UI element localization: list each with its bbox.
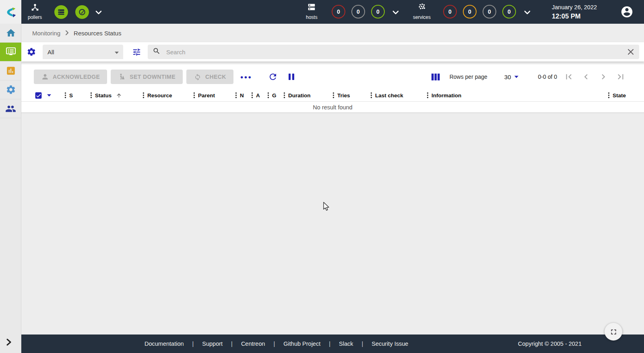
column-header-information[interactable]: Information [427, 92, 598, 99]
server-list-icon [57, 8, 65, 16]
column-header-duration[interactable]: Duration [283, 92, 332, 99]
services-pending-badge[interactable]: 0 [483, 5, 496, 18]
breadcrumb-monitoring[interactable]: Monitoring [32, 30, 60, 37]
mouse-cursor [323, 202, 330, 213]
more-actions-icon[interactable]: ●●● [240, 74, 252, 80]
clear-search-icon[interactable] [627, 48, 634, 55]
column-header-notes[interactable]: N [235, 92, 251, 99]
services-critical-badge[interactable]: 0 [443, 5, 457, 18]
sidebar-item-administration[interactable] [0, 99, 21, 118]
column-header-state[interactable]: State [598, 92, 626, 99]
check-button[interactable]: CHECK [186, 70, 233, 84]
footer-link-documentation[interactable]: Documentation [136, 341, 192, 347]
hosts-down-badge[interactable]: 0 [332, 5, 345, 18]
drag-handle-icon[interactable] [235, 92, 237, 99]
sidebar-item-monitoring[interactable] [0, 43, 21, 62]
footer-link-slack[interactable]: Slack [330, 341, 361, 347]
drag-handle-icon[interactable] [608, 92, 610, 99]
empty-results-message: No result found [21, 102, 644, 113]
drag-handle-icon[interactable] [193, 92, 195, 99]
sidebar-item-reporting[interactable] [0, 62, 21, 80]
hosts-expand-chevron-icon[interactable] [392, 9, 399, 16]
drag-handle-icon[interactable] [267, 92, 269, 99]
hosts-pending-badge[interactable]: 0 [351, 5, 365, 18]
previous-page-button[interactable] [581, 72, 591, 82]
poller-latency-button[interactable] [75, 5, 89, 19]
column-header-resource[interactable]: Resource [142, 92, 193, 99]
side-nav [0, 0, 21, 353]
resources-listing: ACKNOWLEDGE SET DOWNTIME CHECK ●●● Rows [21, 64, 644, 113]
hosts-menu[interactable]: hosts [306, 3, 318, 20]
acknowledge-button[interactable]: ACKNOWLEDGE [34, 70, 107, 84]
column-header-action[interactable]: A [251, 92, 267, 99]
refresh-button[interactable] [268, 72, 278, 82]
column-header-status[interactable]: Status [90, 92, 142, 99]
pollers-expand-chevron-icon[interactable] [95, 9, 102, 16]
rows-per-page-label: Rows per page [450, 74, 487, 80]
drag-handle-icon[interactable] [370, 92, 372, 99]
column-header-tries[interactable]: Tries [332, 92, 370, 99]
filter-scope-select[interactable]: All [43, 45, 123, 59]
last-page-button[interactable] [615, 72, 626, 82]
select-all-checkbox[interactable] [35, 92, 42, 99]
refresh-icon [268, 72, 278, 82]
sidebar-expand-chevron-icon[interactable] [6, 339, 12, 347]
services-menu[interactable]: services [413, 3, 431, 20]
top-bar: pollers hosts 0 0 0 services [21, 0, 644, 24]
column-header-severity[interactable]: S [64, 92, 90, 99]
search-input[interactable] [165, 48, 622, 56]
rows-per-page-select[interactable]: 30 [504, 74, 519, 80]
column-header-parent[interactable]: Parent [193, 92, 235, 99]
drag-handle-icon[interactable] [90, 92, 92, 99]
next-page-button[interactable] [598, 72, 609, 82]
set-downtime-label: SET DOWNTIME [130, 74, 175, 80]
search-field [148, 45, 639, 59]
copyright: Copyright © 2005 - 2021 [518, 341, 582, 347]
breadcrumb-resources-status[interactable]: Resources Status [74, 30, 121, 37]
advanced-filters-tune-icon[interactable] [132, 47, 141, 57]
edit-columns-button[interactable] [431, 73, 440, 81]
filter-panel: All [21, 42, 644, 62]
footer-link-centreon[interactable]: Centreon [233, 341, 274, 347]
filter-settings-gear-icon[interactable] [27, 47, 36, 57]
pause-autorefresh-button[interactable] [287, 73, 295, 81]
drag-handle-icon[interactable] [332, 92, 334, 99]
select-menu-caret-icon[interactable] [47, 94, 52, 97]
drag-handle-icon[interactable] [251, 92, 253, 99]
drag-handle-icon[interactable] [427, 92, 429, 99]
users-icon [5, 103, 16, 114]
clock: January 26, 2022 12:05 PM [552, 4, 597, 21]
hosts-up-badge[interactable]: 0 [371, 5, 385, 18]
breadcrumb: Monitoring Resources Status [21, 24, 644, 42]
footer-links: Documentation | Support | Centreon | Git… [136, 341, 417, 347]
sidebar-item-home[interactable] [0, 24, 21, 43]
first-page-button[interactable] [564, 72, 574, 82]
poller-list-button[interactable] [54, 5, 68, 19]
centreon-logo[interactable] [0, 0, 21, 24]
services-ok-badge[interactable]: 0 [502, 5, 516, 18]
footer-link-security-issue[interactable]: Security Issue [363, 341, 417, 347]
sidebar-item-configuration[interactable] [0, 80, 21, 99]
footer-link-support[interactable]: Support [194, 341, 231, 347]
bar-chart-icon [6, 66, 16, 76]
set-downtime-button[interactable]: SET DOWNTIME [111, 70, 183, 84]
listing-toolbar: ACKNOWLEDGE SET DOWNTIME CHECK ●●● Rows [21, 64, 644, 89]
monitoring-icon [5, 46, 17, 57]
pollers-menu[interactable]: pollers [28, 3, 42, 20]
column-header-graph[interactable]: G [267, 92, 283, 99]
user-profile-button[interactable] [620, 5, 634, 20]
pagination-controls [564, 72, 626, 82]
pause-icon [287, 73, 295, 81]
services-expand-chevron-icon[interactable] [524, 9, 530, 16]
drag-handle-icon[interactable] [283, 92, 285, 99]
pollers-icon [31, 3, 39, 13]
pollers-label: pollers [28, 14, 42, 20]
drag-handle-icon[interactable] [64, 92, 66, 99]
drag-handle-icon[interactable] [142, 92, 144, 99]
column-header-last-check[interactable]: Last check [370, 92, 427, 99]
fullscreen-button[interactable] [605, 323, 622, 341]
services-warning-badge[interactable]: 0 [463, 5, 477, 18]
services-icon [417, 3, 426, 13]
footer-link-github-project[interactable]: Github Project [275, 341, 329, 347]
columns-icon [431, 73, 440, 81]
